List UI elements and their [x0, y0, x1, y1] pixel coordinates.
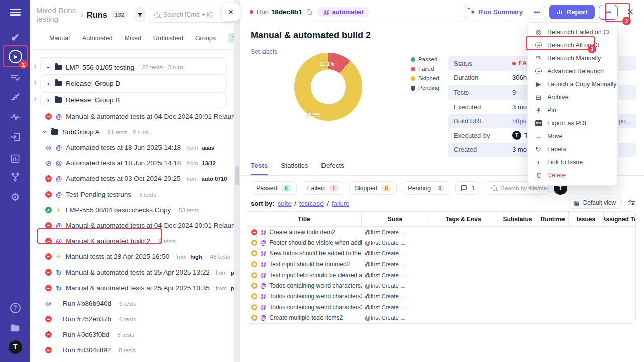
menu-item-delete[interactable]: Delete: [528, 169, 617, 182]
sort-by-testcase[interactable]: testcase: [299, 200, 324, 207]
chevron-down-icon[interactable]: ›: [45, 65, 52, 70]
run-more-actions-button[interactable]: •••: [599, 5, 618, 20]
table-row[interactable]: @New todos should be added to the bottom…: [247, 248, 635, 259]
table-row[interactable]: @Todos containing weird characters2 @fir…: [247, 280, 635, 291]
run-list-item[interactable]: @ Automated tests at 03 Oct 2024 20:25 f…: [30, 171, 234, 187]
build-url-link-end[interactable]: po...: [619, 118, 631, 125]
tab-today[interactable]: To: [228, 33, 234, 43]
menu-item-labels[interactable]: Labels: [528, 143, 617, 156]
folder-icon: [51, 129, 58, 135]
table-row[interactable]: @Text input should be trimmed2 @first Cr…: [247, 259, 635, 269]
menu-item-relaunch-all-on-ci[interactable]: ▶Relaunch All on CI: [528, 39, 617, 52]
chip-comments[interactable]: 1: [455, 181, 480, 195]
chevron-right-icon[interactable]: ›: [46, 80, 51, 87]
branch-icon[interactable]: [0, 168, 30, 186]
chevron-down-icon[interactable]: ›: [41, 130, 49, 135]
set-labels-link[interactable]: Set labels: [251, 48, 277, 56]
sort-by-failure[interactable]: failure: [332, 200, 349, 207]
run-label: Run: [257, 8, 269, 16]
chevron-right-icon[interactable]: ›: [46, 96, 51, 104]
table-row[interactable]: @Footer should be visible when adding TO…: [247, 237, 635, 248]
tab-defects[interactable]: Defects: [321, 162, 344, 175]
tab-statistics[interactable]: Statistics: [281, 162, 308, 175]
pin-icon[interactable]: [32, 95, 39, 104]
projects-folder-icon[interactable]: [0, 319, 30, 337]
run-list-item[interactable]: Run #0d63f0bd 6 tests: [30, 327, 234, 342]
folder-row[interactable]: › Release: Group B: [32, 92, 234, 107]
failed-status-icon: [45, 175, 52, 182]
run-list-item[interactable]: ⊘ Run #b86b940d 6 tests: [30, 296, 234, 311]
import-icon[interactable]: [0, 128, 30, 146]
column-settings-icon[interactable]: [628, 199, 636, 206]
run-list-item[interactable]: @ Test Pending testruns 5 tests: [30, 187, 234, 202]
tab-manual[interactable]: Manual: [49, 35, 70, 42]
settings-gear-icon[interactable]: ⚙: [0, 188, 30, 206]
steps-icon[interactable]: [0, 87, 30, 106]
filter-button[interactable]: [135, 7, 145, 22]
table-row[interactable]: @Todos containing weird characters2 @fir…: [247, 302, 635, 312]
folder-row[interactable]: › Release: Group D: [32, 76, 234, 91]
run-list-item[interactable]: Run #d304c892 8 tests: [30, 342, 234, 358]
sort-by-suite[interactable]: suite: [278, 200, 291, 207]
copy-icon[interactable]: [306, 9, 312, 15]
breadcrumb-project[interactable]: Mixed Runs testing: [36, 6, 77, 23]
run-summary-button[interactable]: ✦+ Run Summary: [464, 5, 529, 19]
scrollbar-thumb[interactable]: [235, 166, 239, 185]
funnel-icon: [137, 12, 143, 18]
tab-tests[interactable]: Tests: [251, 162, 268, 175]
run-list-item[interactable]: ↻ Manual & automated tests at 25 Apr 202…: [30, 264, 234, 280]
menu-item-advanced-relaunch[interactable]: ▶Advanced Relaunch: [528, 65, 617, 78]
failed-status-icon: [45, 253, 52, 260]
task-list-icon[interactable]: [0, 69, 30, 87]
menu-item-export-pdf[interactable]: PDFExport as PDF: [528, 117, 617, 130]
tab-groups[interactable]: Groups: [195, 35, 216, 42]
run-list-item[interactable]: ⊘ @ Automated tests at 18 Jun 2025 14:18…: [30, 140, 234, 155]
tab-unfinished[interactable]: Unfinished: [153, 35, 183, 42]
folder-row[interactable]: › LMP-556 01/05 testing 25 tests 3 runs: [32, 60, 234, 75]
activity-pulse-icon[interactable]: [0, 108, 30, 126]
menu-item-launch-copy-manually[interactable]: ▶Launch a Copy Manually: [528, 78, 617, 91]
default-view-button[interactable]: ▦ Default view: [568, 197, 622, 209]
run-list-item[interactable]: ⊘ @ Automated tests at 18 Jun 2025 14:18…: [30, 155, 234, 171]
chip-pending[interactable]: Pending0: [402, 181, 450, 195]
menu-item-move[interactable]: →Move: [528, 130, 617, 143]
table-row[interactable]: @Todos containing weird characters2 @fir…: [247, 291, 635, 302]
runs-search[interactable]: [149, 7, 234, 23]
subfolder-row[interactable]: › SubGroup A 61 tests 8 runs: [30, 124, 234, 140]
run-list-item[interactable]: @ Manual & automated tests at 04 Dec 202…: [30, 218, 234, 233]
chip-passed[interactable]: Passed0: [251, 181, 297, 195]
report-button[interactable]: Report: [549, 5, 595, 19]
run-list-item[interactable]: ✔ ☀ LMP-555 08/04 basic checks Copy 53 t…: [30, 202, 234, 218]
check-icon[interactable]: ✔: [0, 29, 30, 47]
chip-skipped[interactable]: Skipped8: [349, 181, 397, 195]
menu-icon[interactable]: [0, 3, 30, 21]
run-list-item[interactable]: ↻ Manual & automated tests at 25 Apr 202…: [30, 280, 234, 296]
menu-item-link-to-issue[interactable]: +Link to Issue: [528, 156, 617, 169]
table-row[interactable]: @Create a new todo item2 @first Create .…: [247, 227, 635, 237]
menu-item-relaunch-manually[interactable]: ↷Relaunch Manually: [528, 52, 617, 65]
bar-chart-icon[interactable]: [0, 150, 30, 168]
run-summary-more-button[interactable]: •••: [529, 5, 545, 19]
run-list-item-selected[interactable]: @ Manual & automated build 2 9 tests: [30, 233, 234, 249]
tests-search-input[interactable]: [501, 185, 547, 191]
table-row[interactable]: @Text input field should be cleared afte…: [247, 269, 635, 280]
pin-icon[interactable]: [32, 79, 39, 88]
tab-mixed[interactable]: Mixed: [124, 35, 141, 42]
menu-item-pin[interactable]: Pin: [528, 104, 617, 117]
menu-item-archive[interactable]: ⊟Archive: [528, 90, 617, 104]
help-icon[interactable]: ?: [0, 299, 30, 317]
detail-close-button[interactable]: ✕: [624, 7, 637, 17]
menu-item-relaunch-failed-on-ci[interactable]: ◎Relaunch Failed on CI: [528, 26, 617, 39]
skipped-status-icon: [251, 315, 257, 321]
run-list-item[interactable]: ☀ Manual tests at 28 Apr 2025 16:50 from…: [30, 249, 234, 264]
pin-icon[interactable]: [32, 63, 39, 72]
chip-failed[interactable]: Failed1: [302, 181, 344, 195]
runs-panel-close-button[interactable]: ×: [222, 3, 240, 21]
run-list-item[interactable]: Run #26d30145 5 tests: [30, 358, 234, 362]
run-list-item[interactable]: Run #752eb37b 6 tests: [30, 311, 234, 327]
tab-automated[interactable]: Automated: [82, 35, 112, 42]
user-avatar[interactable]: T: [0, 338, 30, 356]
run-list-item[interactable]: @ Manual & automated tests at 04 Dec 202…: [30, 109, 234, 124]
runs-search-input[interactable]: [163, 11, 228, 18]
table-row[interactable]: @Create multiple todo items2 @first Crea…: [247, 312, 635, 323]
